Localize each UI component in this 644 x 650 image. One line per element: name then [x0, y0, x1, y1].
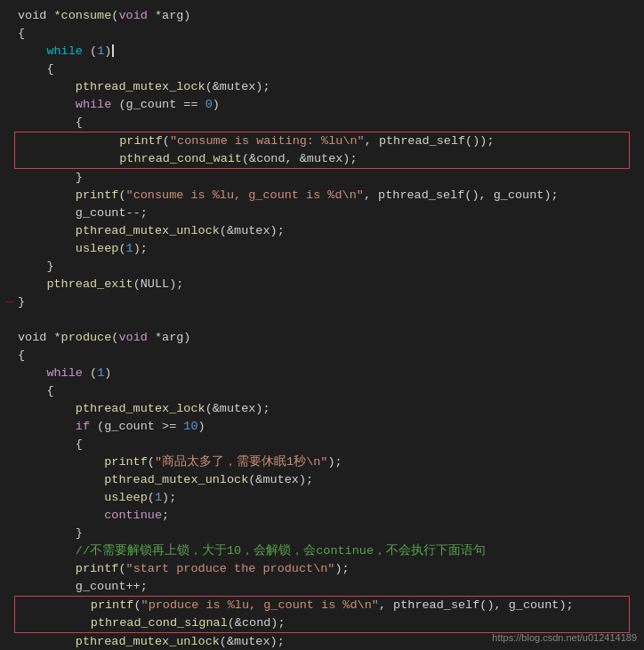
- line-content: }: [18, 525, 640, 542]
- code-line: {: [0, 347, 644, 365]
- line-content: pthread_mutex_lock(&mutex);: [18, 78, 640, 96]
- code-line: printf("商品太多了，需要休眠1秒\n");: [0, 453, 644, 471]
- code-line: }: [0, 525, 644, 542]
- code-line: {: [0, 382, 644, 400]
- line-content: {: [18, 436, 640, 453]
- code-line: pthread_mutex_unlock(&mutex);: [0, 222, 644, 240]
- line-content: usleep(1);: [18, 489, 640, 507]
- line-content: pthread_exit(NULL);: [18, 276, 640, 293]
- code-line: usleep(1);: [0, 489, 644, 507]
- watermark: https://blog.csdn.net/u012414189: [492, 632, 637, 643]
- code-line: void *consume(void *arg): [0, 7, 644, 25]
- code-line: {: [0, 436, 644, 453]
- line-content: {: [18, 382, 640, 400]
- line-content: while (g_count == 0): [18, 96, 640, 114]
- line-content: pthread_mutex_unlock(&mutex);: [18, 222, 640, 240]
- line-content: {: [18, 347, 640, 365]
- line-content: }: [18, 169, 640, 187]
- line-content: pthread_cond_wait(&cond, &mutex);: [33, 150, 625, 168]
- code-line: }: [0, 258, 644, 276]
- code-line: pthread_mutex_unlock(&mutex);: [0, 471, 644, 489]
- code-line: {: [0, 114, 644, 132]
- line-content: printf("start produce the product\n");: [18, 560, 640, 578]
- code-line: while (g_count == 0): [0, 96, 644, 114]
- code-line: printf("start produce the product\n");: [0, 560, 644, 578]
- code-line: g_count--;: [0, 205, 644, 222]
- code-line: void *produce(void *arg): [0, 329, 644, 347]
- line-content: printf("consume is %lu, g_count is %d\n"…: [18, 187, 640, 205]
- code-line: while (1): [0, 43, 644, 60]
- code-line: while (1): [0, 365, 644, 382]
- line-content: if (g_count >= 10): [18, 418, 640, 436]
- line-content: {: [18, 60, 640, 78]
- line-content: printf("consume is waiting: %lu\n", pthr…: [33, 132, 625, 150]
- code-line: [0, 311, 644, 329]
- line-content: }: [18, 258, 640, 276]
- line-content: while (1): [18, 365, 640, 382]
- line-content: continue;: [18, 507, 640, 525]
- code-line: {: [0, 25, 644, 43]
- code-line: }: [0, 169, 644, 187]
- line-content: printf("produce is %lu, g_count is %d\n"…: [33, 597, 625, 614]
- line-content: void *consume(void *arg): [18, 7, 640, 25]
- line-content: {: [18, 114, 640, 132]
- highlight-box-2: printf("produce is %lu, g_count is %d\n"…: [14, 596, 630, 633]
- line-content: g_count--;: [18, 205, 640, 222]
- code-line: continue;: [0, 507, 644, 525]
- line-content: pthread_cond_signal(&cond);: [33, 614, 625, 632]
- code-line: usleep(1);: [0, 240, 644, 258]
- line-content: {: [18, 25, 640, 43]
- line-content: usleep(1);: [18, 240, 640, 258]
- code-line: printf("produce is %lu, g_count is %d\n"…: [15, 597, 629, 614]
- code-line: printf("consume is waiting: %lu\n", pthr…: [15, 132, 629, 150]
- code-line: if (g_count >= 10): [0, 418, 644, 436]
- code-line: printf("consume is %lu, g_count is %d\n"…: [0, 187, 644, 205]
- line-gutter: —: [4, 293, 16, 311]
- code-line: pthread_cond_wait(&cond, &mutex);: [15, 150, 629, 168]
- code-line: //不需要解锁再上锁，大于10，会解锁，会continue，不会执行下面语句: [0, 542, 644, 560]
- code-line: pthread_mutex_lock(&mutex);: [0, 400, 644, 418]
- code-line: pthread_exit(NULL);: [0, 276, 644, 293]
- code-line: pthread_mutex_lock(&mutex);: [0, 78, 644, 96]
- code-line: pthread_cond_signal(&cond);: [15, 614, 629, 632]
- cursor: [112, 44, 114, 57]
- code-line: — }: [0, 293, 644, 311]
- code-line: g_count++;: [0, 578, 644, 596]
- line-content: printf("商品太多了，需要休眠1秒\n");: [18, 453, 640, 471]
- line-content: pthread_mutex_unlock(&mutex);: [18, 471, 640, 489]
- highlight-box-1: printf("consume is waiting: %lu\n", pthr…: [14, 132, 630, 169]
- line-content: while (1): [18, 43, 640, 60]
- line-content: [18, 311, 640, 329]
- code-editor: void *consume(void *arg) { while (1) { p…: [0, 0, 644, 650]
- line-content: g_count++;: [18, 578, 640, 596]
- code-line: {: [0, 60, 644, 78]
- line-content: void *produce(void *arg): [18, 329, 640, 347]
- line-content: pthread_mutex_lock(&mutex);: [18, 400, 640, 418]
- line-content: }: [18, 293, 640, 311]
- line-content: //不需要解锁再上锁，大于10，会解锁，会continue，不会执行下面语句: [18, 542, 640, 560]
